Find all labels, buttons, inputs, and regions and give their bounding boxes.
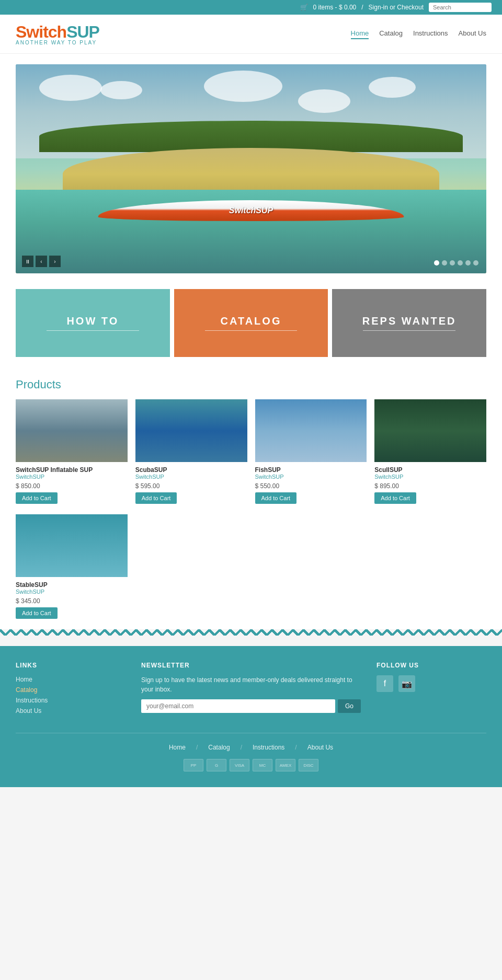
product-card-4: ScullSUP SwitchSUP $ 895.00 Add to Cart <box>374 399 486 504</box>
product-brand-4: SwitchSUP <box>374 474 486 480</box>
payment-discover: DISC <box>299 759 318 771</box>
product-brand-5: SwitchSUP <box>16 589 128 595</box>
dot-1[interactable] <box>434 260 439 266</box>
category-catalog[interactable]: CATALOG <box>174 289 328 357</box>
add-cart-btn-1[interactable]: Add to Cart <box>16 492 58 504</box>
hero-slider: SwitchSUP ⏸ ‹ › <box>16 64 486 273</box>
dot-6[interactable] <box>473 260 478 266</box>
prev-button[interactable]: ‹ <box>36 256 47 267</box>
product-price-1: $ 850.00 <box>16 482 128 490</box>
logo-sup: SUP <box>66 22 99 41</box>
category-howto[interactable]: HOW TO <box>16 289 170 357</box>
social-icons: f 📷 <box>376 675 486 692</box>
nav-catalog[interactable]: Catalog <box>379 29 403 39</box>
divider: / <box>361 4 363 11</box>
dot-5[interactable] <box>465 260 471 266</box>
product-brand-2: SwitchSUP <box>135 474 247 480</box>
footer-bottom-catalog[interactable]: Catalog <box>208 744 230 751</box>
footer-bottom-home[interactable]: Home <box>169 744 186 751</box>
product-img-5 <box>16 514 128 577</box>
footer-link-instructions[interactable]: Instructions <box>16 697 48 704</box>
footer-links-list: Home Catalog Instructions About Us <box>16 675 126 714</box>
products-title: Products <box>16 378 486 391</box>
footer-follow-title: FOLLOW US <box>376 662 486 669</box>
add-cart-btn-2[interactable]: Add to Cart <box>135 492 177 504</box>
sep1: / <box>196 744 198 751</box>
slider-dots <box>434 260 478 266</box>
products-grid-row2: StableSUP SwitchSUP $ 345.00 Add to Cart <box>16 514 486 619</box>
footer: LINKS Home Catalog Instructions About Us… <box>0 646 502 787</box>
footer-link-about[interactable]: About Us <box>16 707 41 714</box>
payment-mc: MC <box>253 759 272 771</box>
product-img-1 <box>16 399 128 462</box>
top-bar: 🛒 0 items - $ 0.00 / Sign-in or Checkout <box>0 0 502 15</box>
footer-link-home[interactable]: Home <box>16 676 32 683</box>
logo-switch: Switch <box>16 22 66 41</box>
products-section: Products SwitchSUP Inflatable SUP Switch… <box>0 367 502 629</box>
payment-paypal: PP <box>184 759 203 771</box>
product-image-4 <box>374 399 486 462</box>
dot-2[interactable] <box>442 260 447 266</box>
footer-bottom-about[interactable]: About Us <box>307 744 333 751</box>
product-image-3 <box>255 399 367 462</box>
hero-trees <box>39 121 463 152</box>
footer-link-catalog[interactable]: Catalog <box>16 686 37 694</box>
nav-instructions[interactable]: Instructions <box>413 29 448 39</box>
product-image-5 <box>16 514 128 577</box>
next-button[interactable]: › <box>49 256 61 267</box>
product-img-2 <box>135 399 247 462</box>
footer-links-title: LINKS <box>16 662 126 669</box>
nav-home[interactable]: Home <box>351 29 369 39</box>
instagram-icon[interactable]: 📷 <box>398 675 415 692</box>
add-cart-btn-4[interactable]: Add to Cart <box>374 492 416 504</box>
slider-controls: ⏸ ‹ › <box>22 256 61 267</box>
header: SwitchSUP ANOTHER WAY TO PLAY Home Catal… <box>0 15 502 54</box>
catalog-divider <box>205 330 298 331</box>
product-brand-3: SwitchSUP <box>255 474 367 480</box>
product-name-5: StableSUP <box>16 581 128 589</box>
pause-button[interactable]: ⏸ <box>22 256 33 267</box>
footer-newsletter-col: NEWSLETTER Sign up to have the latest ne… <box>141 662 361 717</box>
cloud-2 <box>100 81 142 99</box>
category-grid: HOW TO CATALOG REPS WANTED <box>16 289 486 357</box>
footer-bottom-instructions[interactable]: Instructions <box>253 744 284 751</box>
board-text: SwitchSUP <box>229 206 273 215</box>
footer-bottom: Home / Catalog / Instructions / About Us… <box>16 733 486 771</box>
product-card-3: FishSUP SwitchSUP $ 550.00 Add to Cart <box>255 399 367 504</box>
product-card-2: ScubaSUP SwitchSUP $ 595.00 Add to Cart <box>135 399 247 504</box>
product-price-3: $ 550.00 <box>255 482 367 490</box>
nav-about[interactable]: About Us <box>459 29 486 39</box>
footer-newsletter-text: Sign up to have the latest news and memb… <box>141 675 361 694</box>
cart-text: 0 items - $ 0.00 <box>313 4 357 11</box>
payment-google: G <box>207 759 226 771</box>
signin-link[interactable]: Sign-in or Checkout <box>369 4 424 11</box>
category-reps[interactable]: REPS WANTED <box>332 289 486 357</box>
product-price-5: $ 345.00 <box>16 597 128 605</box>
product-img-3 <box>255 399 367 462</box>
product-name-3: FishSUP <box>255 466 367 474</box>
catalog-label: CATALOG <box>221 315 282 327</box>
product-img-4 <box>374 399 486 462</box>
product-card-1: SwitchSUP Inflatable SUP SwitchSUP $ 850… <box>16 399 128 504</box>
add-cart-btn-5[interactable]: Add to Cart <box>16 607 58 619</box>
product-price-4: $ 895.00 <box>374 482 486 490</box>
zigzag-divider <box>0 629 502 636</box>
product-name-2: ScubaSUP <box>135 466 247 474</box>
dot-4[interactable] <box>458 260 463 266</box>
cart-icon: 🛒 <box>300 4 308 11</box>
newsletter-email-input[interactable] <box>141 699 335 713</box>
cloud-4 <box>298 89 350 113</box>
add-cart-btn-3[interactable]: Add to Cart <box>255 492 297 504</box>
product-name-1: SwitchSUP Inflatable SUP <box>16 466 128 474</box>
reps-divider <box>363 330 455 331</box>
newsletter-go-button[interactable]: Go <box>338 699 361 713</box>
footer-grid: LINKS Home Catalog Instructions About Us… <box>16 662 486 717</box>
howto-label: HOW TO <box>66 315 119 327</box>
dot-3[interactable] <box>450 260 455 266</box>
hero-section: SwitchSUP ⏸ ‹ › <box>0 54 502 284</box>
product-image-1 <box>16 399 128 462</box>
logo-tagline: ANOTHER WAY TO PLAY <box>16 40 99 45</box>
footer-follow-col: FOLLOW US f 📷 <box>376 662 486 717</box>
facebook-icon[interactable]: f <box>376 675 393 692</box>
search-input[interactable] <box>429 3 492 12</box>
